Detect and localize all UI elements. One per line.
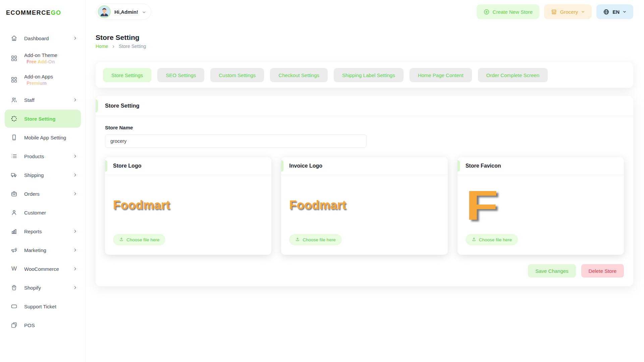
sidebar-item-woocommerce[interactable]: W WooCommerce <box>5 260 81 278</box>
tab-store-settings[interactable]: Store Settings <box>103 68 151 82</box>
sidebar-item-shopify[interactable]: Shopify <box>5 279 81 297</box>
store-logo-image: Foodmart <box>113 198 170 212</box>
create-new-store-button[interactable]: Create New Store <box>477 4 539 19</box>
home-icon <box>11 35 17 42</box>
store-name-input[interactable] <box>105 134 367 148</box>
store-logo-choose-file-button[interactable]: Choose file here <box>113 234 165 245</box>
staff-icon <box>11 97 17 103</box>
sidebar-item-pos[interactable]: POS <box>5 316 81 334</box>
topbar: Hi,Admin! Create New Store Grocery EN <box>86 0 644 23</box>
grid-icon <box>11 76 17 83</box>
delete-store-button[interactable]: Delete Store <box>581 264 624 278</box>
breadcrumb: Home Store Setting <box>96 44 633 49</box>
store-setting-card: Store Setting Store Name Store Logo Food… <box>96 96 633 286</box>
upload-icon <box>119 237 124 242</box>
tab-order-complete-screen[interactable]: Order Complete Screen <box>478 68 548 82</box>
tab-checkout-settings[interactable]: Checkout Settings <box>270 68 328 82</box>
truck-icon <box>11 172 17 178</box>
language-selector-button[interactable]: EN <box>596 4 633 19</box>
store-name-label: Store Name <box>105 125 624 130</box>
tab-custom-settings[interactable]: Custom Settings <box>210 68 264 82</box>
store-favicon-card-header: Store Favicon <box>458 157 624 175</box>
briefcase-icon <box>11 190 17 197</box>
grid-icon <box>11 55 17 62</box>
invoice-logo-card: Invoice Logo Foodmart Choose file here <box>281 157 447 255</box>
sidebar-item-dashboard[interactable]: Dashboard <box>5 29 81 47</box>
plus-circle-icon <box>483 9 490 15</box>
main-content: Store Setting Home Store Setting Store S… <box>86 34 644 286</box>
header-accent-bar <box>281 160 283 172</box>
invoice-logo-image: Foodmart <box>289 198 346 212</box>
chevron-right-icon <box>73 248 77 252</box>
sidebar-item-marketing[interactable]: Marketing <box>5 241 81 259</box>
save-changes-button[interactable]: Save Changes <box>528 264 576 278</box>
store-favicon-card: Store Favicon F Choose file here <box>458 157 624 255</box>
user-greeting: Hi,Admin! <box>114 9 138 15</box>
chevron-right-icon <box>73 229 77 234</box>
sidebar-item-reports[interactable]: Reports <box>5 222 81 240</box>
free-addon-badge: Free Add-On <box>24 59 55 64</box>
pos-icon <box>11 322 17 328</box>
store-setting-card-body: Store Name Store Logo Foodmart <box>96 116 633 255</box>
sidebar-item-addon-apps[interactable]: Add-on Apps Premium <box>5 69 81 90</box>
chevron-right-icon <box>111 44 115 48</box>
header-accent-bar <box>96 100 98 112</box>
chevron-down-icon <box>142 10 146 14</box>
sidebar-item-shipping[interactable]: Shipping <box>5 166 81 184</box>
chevron-right-icon <box>73 173 77 177</box>
avatar <box>98 5 111 18</box>
store-logo-card-header: Store Logo <box>105 157 271 175</box>
globe-icon <box>603 9 609 15</box>
store-switcher-button[interactable]: Grocery <box>544 4 592 19</box>
brand-logo-accent: GO <box>51 9 61 16</box>
sidebar: ECOMMERCEGO Dashboard Add-on Theme Free … <box>0 0 86 362</box>
sidebar-item-mobile-app-setting[interactable]: Mobile App Setting <box>5 128 81 146</box>
tab-seo-settings[interactable]: SEO Settings <box>157 68 204 82</box>
chevron-right-icon <box>73 266 77 271</box>
spinner-dots-icon <box>11 115 17 122</box>
chevron-right-icon <box>73 154 77 159</box>
breadcrumb-current: Store Setting <box>119 44 146 49</box>
list-icon <box>11 153 17 160</box>
woocommerce-icon: W <box>11 265 17 272</box>
sidebar-item-addon-theme[interactable]: Add-on Theme Free Add-On <box>5 48 81 69</box>
store-setting-card-header: Store Setting <box>96 96 633 116</box>
chevron-right-icon <box>73 191 77 196</box>
tab-shipping-label-settings[interactable]: Shipping Label Settings <box>334 68 404 82</box>
sidebar-item-staff[interactable]: Staff <box>5 91 81 109</box>
megaphone-icon <box>11 247 17 253</box>
topbar-actions: Create New Store Grocery EN <box>477 4 633 19</box>
sidebar-item-customer[interactable]: Customer <box>5 203 81 222</box>
ticket-icon <box>11 303 17 310</box>
sidebar-item-store-setting[interactable]: Store Setting <box>5 110 81 128</box>
store-favicon-choose-file-button[interactable]: Choose file here <box>466 234 518 245</box>
settings-tabs: Store Settings SEO Settings Custom Setti… <box>96 62 633 88</box>
upload-cards-row: Store Logo Foodmart Choose file here <box>105 157 624 255</box>
store-favicon-image: F <box>466 189 498 222</box>
breadcrumb-home-link[interactable]: Home <box>96 44 108 49</box>
shopping-bag-icon <box>11 284 17 291</box>
page-title: Store Setting <box>96 34 633 42</box>
chevron-right-icon <box>73 36 77 41</box>
header-accent-bar <box>458 160 460 172</box>
storefront-icon <box>551 9 557 15</box>
bar-chart-icon <box>11 228 17 235</box>
sidebar-item-orders[interactable]: Orders <box>5 185 81 203</box>
chevron-down-icon <box>623 10 627 14</box>
brand-logo-primary: ECOMMERCE <box>6 9 51 16</box>
chevron-right-icon <box>73 98 77 102</box>
card-footer-actions: Save Changes Delete Store <box>96 255 633 286</box>
store-logo-card: Store Logo Foodmart Choose file here <box>105 157 271 255</box>
header-accent-bar <box>105 160 107 172</box>
sidebar-nav: Dashboard Add-on Theme Free Add-On Add-o… <box>0 29 86 334</box>
sidebar-item-support-ticket[interactable]: Support Ticket <box>5 297 81 315</box>
user-menu[interactable]: Hi,Admin! <box>96 4 151 20</box>
upload-icon <box>472 237 476 242</box>
chevron-right-icon <box>73 285 77 290</box>
invoice-logo-choose-file-button[interactable]: Choose file here <box>289 234 341 245</box>
brand-logo: ECOMMERCEGO <box>0 0 86 16</box>
premium-badge: Premium <box>24 80 47 86</box>
upload-icon <box>295 237 300 242</box>
sidebar-item-products[interactable]: Products <box>5 147 81 165</box>
tab-home-page-content[interactable]: Home Page Content <box>410 68 472 82</box>
